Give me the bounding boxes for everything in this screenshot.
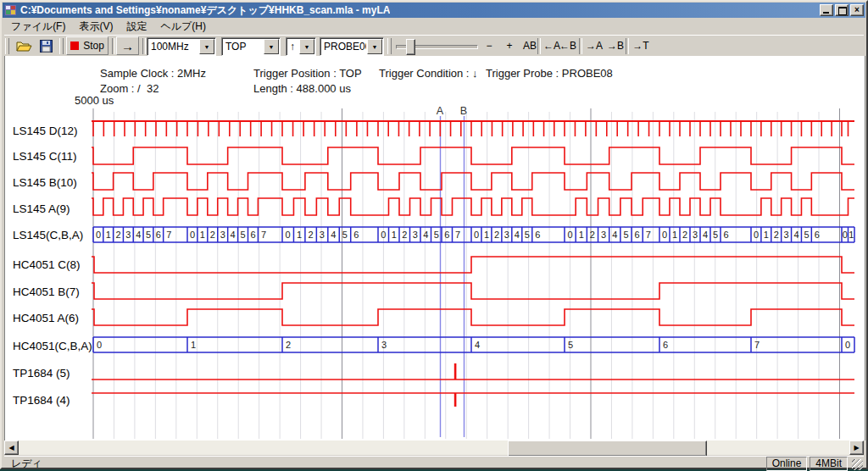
- status-online-panel: Online: [766, 457, 808, 471]
- resize-grip[interactable]: [852, 459, 863, 470]
- trigger-position-combo[interactable]: TOP ▼: [221, 37, 281, 56]
- bus-hc4051-value: 0: [97, 340, 102, 350]
- bus-hc4051-value: 1: [191, 340, 196, 350]
- bus-hc4051-value: 0: [845, 340, 850, 350]
- bus-ls145-value: 2: [774, 230, 779, 240]
- trigger-position-value: TOP: [222, 41, 263, 53]
- sample-clock-combo[interactable]: 100MHz ▼: [147, 37, 216, 56]
- bus-ls145-value: 4: [423, 230, 428, 240]
- status-memory-panel: 4MBit: [810, 457, 848, 471]
- dropdown-arrow-icon[interactable]: ▼: [199, 39, 214, 54]
- trigger-edge-combo[interactable]: ↑ ▼: [286, 37, 316, 56]
- bus-ls145-value: 6: [444, 230, 449, 240]
- cursor-a-label: A: [437, 105, 444, 117]
- bus-ls145-value: 1: [106, 230, 111, 240]
- tp1684-4-pulse: [454, 393, 457, 407]
- floppy-disk-icon: [40, 40, 53, 53]
- bus-ls145-value: 3: [601, 230, 606, 240]
- trigger-probe-combo[interactable]: PROBE00 ▼: [320, 37, 384, 56]
- bus-ls145-value: 2: [590, 230, 595, 240]
- zoom-out-button[interactable]: −: [481, 36, 498, 55]
- signal-label: TP1684 (4): [13, 394, 70, 407]
- toolbar-separator: [579, 38, 582, 54]
- stop-button[interactable]: Stop: [66, 36, 108, 55]
- scrollbar-thumb[interactable]: [508, 441, 707, 457]
- bus-hc4051-value: 2: [286, 340, 291, 350]
- bus-ls145-value: 2: [682, 230, 687, 240]
- waveform-ls145-b: [92, 173, 854, 190]
- cursor-b-label: B: [460, 105, 467, 117]
- toolbar: Stop → 100MHz ▼ TOP ▼ ↑ ▼ PROBE00 ▼ − + …: [4, 35, 864, 57]
- goto-trigger-button[interactable]: →T: [630, 36, 652, 55]
- menu-settings[interactable]: 設定: [120, 18, 153, 36]
- menu-help[interactable]: ヘルプ(H): [153, 18, 213, 36]
- toolbar-separator: [626, 38, 629, 54]
- menu-bar: ファイル(F) 表示(V) 設定 ヘルプ(H): [4, 19, 864, 35]
- bus-hc4051-value: 5: [568, 340, 573, 350]
- toolbar-grip[interactable]: [59, 38, 64, 54]
- bus-ls145-value: 6: [635, 230, 640, 240]
- bus-ls145-value: 6: [535, 230, 540, 240]
- save-file-button[interactable]: [36, 36, 56, 55]
- menu-file[interactable]: ファイル(F): [4, 18, 72, 36]
- close-button[interactable]: ×: [850, 4, 864, 16]
- signal-label: LS145 D(12): [13, 125, 78, 137]
- bus-ls145-value: 1: [764, 230, 769, 240]
- tp1684-5-pulse: [454, 363, 457, 380]
- bus-ls145-value: 6: [156, 230, 161, 240]
- bus-ls145-value: 4: [515, 230, 520, 240]
- bus-ls145-value: 3: [504, 230, 509, 240]
- toolbar-grip[interactable]: [5, 38, 9, 54]
- signal-label: TP1684 (5): [13, 367, 70, 380]
- set-cursor-b-button[interactable]: →B: [604, 36, 626, 55]
- signal-label: LS145 C(11): [13, 150, 77, 163]
- bus-ls145-value: 7: [646, 230, 651, 240]
- bus-ls145-value: 3: [220, 230, 225, 240]
- bus-ls145-value: 6: [724, 230, 729, 240]
- waveform-hc4051-b: [92, 283, 854, 299]
- signal-label: HC4051 C(8): [13, 258, 81, 271]
- signal-label: LS145 A(9): [13, 202, 70, 215]
- zoom-slider-thumb[interactable]: [406, 39, 415, 55]
- bus-ls145-value: 2: [308, 230, 313, 240]
- bus-ls145-value: 0: [286, 230, 291, 240]
- bus-ls145-value: 5: [241, 230, 246, 240]
- toolbar-separator: [112, 38, 115, 54]
- bus-ls145-value: 5: [804, 230, 809, 240]
- scroll-left-button[interactable]: ◀: [4, 441, 19, 455]
- bus-ls145-value: 5: [525, 230, 530, 240]
- dropdown-arrow-icon[interactable]: ▼: [299, 39, 314, 54]
- bus-ls145-value: 0: [754, 230, 759, 240]
- bus-ls145-value: 1: [200, 230, 205, 240]
- goto-cursor-b-button[interactable]: ←B: [557, 36, 579, 55]
- maximize-button[interactable]: [835, 4, 849, 16]
- signal-label: LS145(C,B,A): [13, 229, 83, 241]
- bus-ls145-value: 3: [320, 230, 325, 240]
- scroll-right-button[interactable]: ▶: [849, 441, 864, 455]
- window-controls: ×: [820, 4, 865, 16]
- run-button[interactable]: →: [116, 36, 139, 55]
- horizontal-scrollbar[interactable]: ◀ ▶: [4, 441, 864, 455]
- open-file-button[interactable]: [14, 36, 34, 55]
- bus-ls145-value: 6: [353, 230, 359, 240]
- dropdown-arrow-icon[interactable]: ▼: [367, 39, 382, 54]
- set-cursor-a-button[interactable]: →A: [583, 36, 605, 55]
- bus-hc4051-value: 7: [754, 340, 760, 350]
- bus-ls145-value: 5: [146, 230, 151, 240]
- status-ready-text: レディ: [4, 457, 766, 471]
- trigger-edge-value: ↑: [287, 41, 298, 53]
- bus-ls145-value: 0: [843, 230, 848, 240]
- bus-ls145-value: 4: [331, 230, 336, 240]
- zoom-in-button[interactable]: +: [501, 36, 518, 55]
- dropdown-arrow-icon[interactable]: ▼: [264, 39, 279, 54]
- bus-ls145-value: 2: [116, 230, 121, 240]
- waveform-ls145-a: [92, 198, 854, 215]
- waveform-hc4051-c: [92, 257, 854, 273]
- bus-ls145-value: 7: [455, 230, 460, 240]
- menu-view[interactable]: 表示(V): [72, 18, 120, 36]
- status-bar: レディ Online 4MBit: [4, 456, 864, 470]
- minimize-button[interactable]: [820, 4, 833, 16]
- bus-hc4051-value: 3: [381, 340, 387, 350]
- toolbar-grip[interactable]: [387, 38, 392, 54]
- waveform-plot: AB01234567012345670123456012345670123456…: [3, 56, 868, 441]
